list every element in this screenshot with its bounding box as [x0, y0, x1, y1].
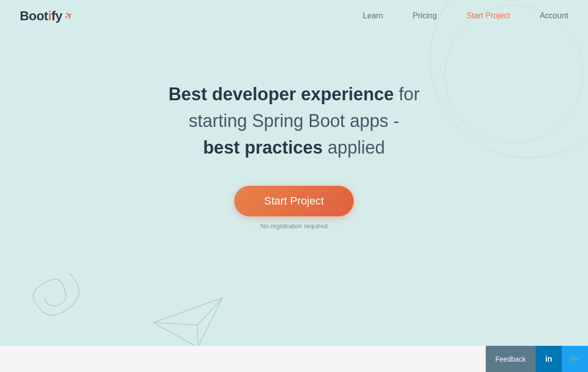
svg-line-1 [153, 323, 198, 325]
nav-link-pricing[interactable]: Pricing [413, 11, 437, 20]
hero-title-normal-1: for [394, 84, 420, 104]
hero-title-bold-1: Best developer experience [168, 84, 394, 104]
logo-plane-icon: ✈ [62, 8, 76, 24]
linkedin-link[interactable]: in [536, 346, 562, 372]
hero-title-normal-2: applied [323, 137, 385, 158]
svg-marker-0 [153, 298, 222, 347]
svg-line-3 [198, 298, 222, 325]
nav-link-account[interactable]: Account [540, 11, 568, 20]
cta-container: Start Project No registration required [234, 186, 353, 230]
footer: Feedback in 🐦 [0, 346, 588, 372]
logo[interactable]: Bootify ✈ [20, 8, 73, 24]
feedback-button[interactable]: Feedback [486, 346, 536, 372]
navbar: Bootify ✈ Learn Pricing Start Project Ac… [0, 0, 588, 32]
no-registration-text: No registration required [260, 222, 328, 230]
decorative-paper-plane [148, 293, 227, 352]
nav-links: Learn Pricing Start Project Account [363, 11, 568, 20]
hero-title-line2: starting Spring Boot apps - [189, 111, 399, 131]
decorative-swirl [30, 263, 89, 332]
start-project-button[interactable]: Start Project [234, 186, 353, 216]
logo-text-fy: fy [51, 8, 62, 23]
logo-text: Bootify [20, 8, 62, 24]
nav-link-start-project[interactable]: Start Project [466, 11, 510, 20]
nav-link-learn[interactable]: Learn [363, 11, 383, 20]
hero-title: Best developer experience for starting S… [168, 81, 420, 161]
hero-title-bold-2: best practices [203, 137, 323, 158]
hero-section: Best developer experience for starting S… [0, 32, 588, 230]
logo-text-boot: Boot [20, 8, 48, 23]
logo-text-i: i [48, 8, 51, 23]
twitter-link[interactable]: 🐦 [562, 346, 588, 372]
